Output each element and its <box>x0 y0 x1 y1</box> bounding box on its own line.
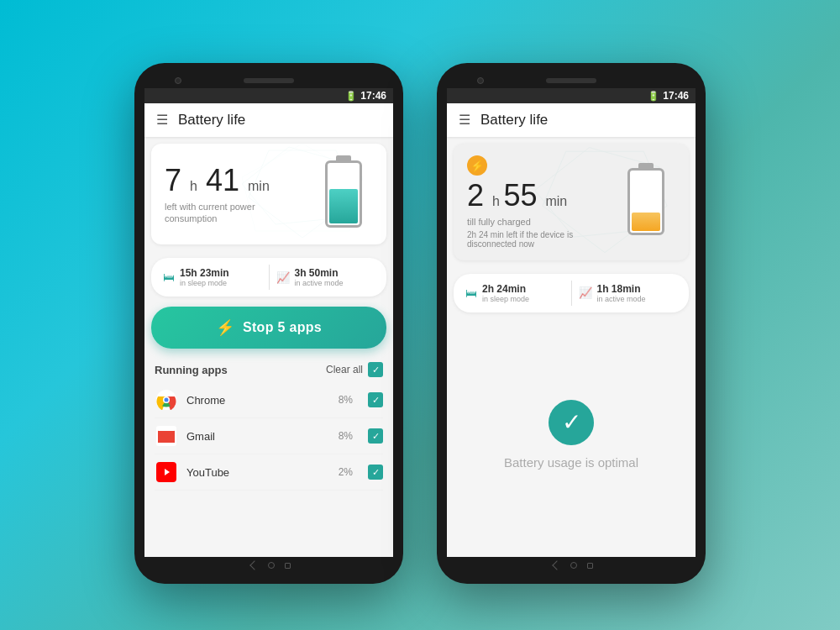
lightning-icon: ⚡ <box>216 318 234 337</box>
menu-icon-2[interactable]: ☰ <box>459 113 470 127</box>
youtube-app-icon <box>155 460 178 484</box>
minutes-unit: min <box>248 179 270 193</box>
status-time: 17:46 <box>360 90 386 102</box>
stop-apps-button[interactable]: ⚡ Stop 5 apps <box>151 307 386 349</box>
sleep-icon: 🛏 <box>163 270 175 284</box>
phone-1-notch <box>144 73 393 88</box>
checkmark-icon: ✓ <box>562 408 581 436</box>
app-row-chrome: Chrome 8% ✓ <box>155 382 383 418</box>
sleep-item-2: 🛏 2h 24min in sleep mode <box>465 283 564 303</box>
phones-container: 🔋 17:46 ☰ Battery life 7 h <box>134 46 706 584</box>
active-label: in active mode <box>295 279 344 287</box>
active-icon: 📈 <box>276 271 290 284</box>
active-item-2: 📈 1h 18min in active mode <box>579 283 678 303</box>
chrome-app-icon <box>155 388 178 412</box>
sleep-active-row-2: 🛏 2h 24min in sleep mode 📈 1h 18min in a… <box>454 274 689 312</box>
charging-disconnected-text: 2h 24 min left if the device is disconne… <box>467 230 617 249</box>
sleep-info: 15h 23min in sleep mode <box>180 267 229 287</box>
stop-button-label: Stop 5 apps <box>243 320 322 335</box>
home-button[interactable] <box>268 562 275 569</box>
battery-card-1: 7 h 41 min left with current power consu… <box>151 144 386 244</box>
home-button-2[interactable] <box>570 562 577 569</box>
youtube-checkbox[interactable]: ✓ <box>368 465 383 480</box>
active-info-2: 1h 18min in active mode <box>597 283 646 303</box>
back-button[interactable] <box>249 560 259 570</box>
clear-all-row[interactable]: Clear all ✓ <box>326 362 383 377</box>
youtube-percent: 2% <box>339 466 353 478</box>
sleep-icon-2: 🛏 <box>465 286 477 300</box>
chrome-percent: 8% <box>339 394 353 406</box>
clear-all-checkbox[interactable]: ✓ <box>368 362 383 377</box>
youtube-svg <box>156 462 176 482</box>
sleep-item: 🛏 15h 23min in sleep mode <box>163 267 262 287</box>
recent-button-2[interactable] <box>587 563 593 569</box>
status-time-2: 17:46 <box>663 90 689 102</box>
optimal-checkmark: ✓ <box>549 400 594 445</box>
gmail-app-icon <box>155 424 178 448</box>
gmail-checkbox[interactable]: ✓ <box>368 428 383 444</box>
active-time-2: 1h 18min <box>597 283 646 295</box>
phone-2-screen: ☰ Battery life ⚡ 2 h 55 mi <box>447 103 696 557</box>
svg-point-5 <box>165 398 169 402</box>
hours-unit-2: h <box>492 194 503 208</box>
back-button-2[interactable] <box>552 560 561 570</box>
battery-minutes: 41 <box>206 163 239 197</box>
battery-subtext-2: till fully charged <box>467 216 585 228</box>
battery-hours: 7 <box>165 163 181 197</box>
phone-1: 🔋 17:46 ☰ Battery life 7 h <box>134 63 403 584</box>
chrome-app-name: Chrome <box>186 394 330 407</box>
hours-unit: h <box>190 179 197 193</box>
chrome-checkbox[interactable]: ✓ <box>368 392 383 407</box>
battery-fill <box>329 189 358 223</box>
battery-icon-small: 🔋 <box>345 91 357 102</box>
recent-button[interactable] <box>285 563 291 569</box>
optimal-text: Battery usage is optimal <box>504 455 638 470</box>
divider <box>269 265 270 290</box>
battery-outer-2 <box>627 168 664 235</box>
active-info: 3h 50min in active mode <box>295 267 344 287</box>
battery-outer <box>325 160 362 228</box>
running-apps-title: Running apps <box>155 364 228 376</box>
app-row-youtube: YouTube 2% ✓ <box>155 454 383 491</box>
phone-1-app-bar: ☰ Battery life <box>144 103 393 137</box>
phone-2-home-bar <box>447 557 696 574</box>
battery-info: 7 h 41 min left with current power consu… <box>165 164 314 224</box>
active-label-2: in active mode <box>597 295 646 303</box>
phone-2-app-bar: ☰ Battery life <box>447 103 696 137</box>
running-apps-section: Running apps Clear all ✓ <box>144 359 393 494</box>
battery-subtext: left with current power consumption <box>165 201 282 225</box>
phone-1-screen: ☰ Battery life 7 h 41 min left <box>144 103 393 557</box>
battery-info-2: ⚡ 2 h 55 min till fully charged 2h 24 mi… <box>467 155 617 249</box>
optimal-section: ✓ Battery usage is optimal <box>447 312 696 557</box>
charging-badge: ⚡ <box>467 155 487 176</box>
battery-icon-small-2: 🔋 <box>648 91 659 102</box>
clear-all-text: Clear all <box>326 364 363 375</box>
chrome-svg <box>156 390 176 410</box>
battery-time-display: 7 h 41 min <box>165 164 314 197</box>
sleep-active-row-1: 🛏 15h 23min in sleep mode 📈 3h 50min in … <box>151 258 386 297</box>
phone-1-status-bar: 🔋 17:46 <box>144 88 393 103</box>
active-icon-2: 📈 <box>579 286 592 299</box>
sleep-time-2: 2h 24min <box>482 283 529 295</box>
phone-1-camera <box>175 77 181 84</box>
menu-icon[interactable]: ☰ <box>156 113 168 127</box>
sleep-label-2: in sleep mode <box>482 295 529 303</box>
active-item: 📈 3h 50min in active mode <box>276 267 375 287</box>
phone-2-camera <box>477 77 484 84</box>
minutes-unit-2: min <box>545 194 567 208</box>
sleep-time: 15h 23min <box>180 267 229 279</box>
phone-2: 🔋 17:46 ☰ Battery life ⚡ 2 <box>437 63 706 584</box>
battery-minutes-2: 55 <box>503 178 537 213</box>
app-row-gmail: Gmail 8% ✓ <box>155 418 383 454</box>
gmail-app-name: Gmail <box>186 430 330 443</box>
youtube-app-name: YouTube <box>186 466 330 479</box>
battery-illustration-2 <box>617 168 675 235</box>
phone-1-speaker <box>244 78 294 83</box>
active-time: 3h 50min <box>295 267 344 279</box>
phone-1-home-bar <box>144 557 393 574</box>
running-apps-header: Running apps Clear all ✓ <box>155 362 383 377</box>
battery-fill-2 <box>632 213 660 231</box>
gmail-svg <box>156 426 176 446</box>
battery-time-display-2: 2 h 55 min <box>467 179 617 213</box>
battery-illustration-1 <box>314 160 373 228</box>
